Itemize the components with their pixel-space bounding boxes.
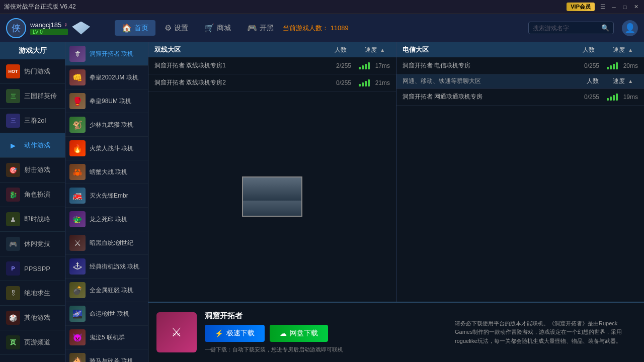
sidebar-label-hot: 热门游戏 xyxy=(24,67,50,76)
sidebar-item-rpg[interactable]: 🐉 角色扮演 xyxy=(0,183,65,207)
sidebar-item-rts[interactable]: ♟ 即时战略 xyxy=(0,207,65,232)
search-icon[interactable]: 🔍 xyxy=(601,24,609,32)
sidebar-item-ppsspp[interactable]: P PPSSPP xyxy=(0,256,65,281)
nav-group[interactable]: 🎮 开黑 xyxy=(240,20,281,36)
game-item-crab[interactable]: 🦀 螃蟹大战 联机 xyxy=(65,160,148,184)
speed-bar-1 xyxy=(359,67,361,69)
game-cover: ⚔ xyxy=(156,312,197,352)
app-title: 游侠对战平台正式版 V6.42 xyxy=(4,3,76,11)
nav-home-label: 首页 xyxy=(134,24,148,33)
gender-icon: ♀ xyxy=(63,21,68,28)
player-count-value: 11089 xyxy=(331,24,349,32)
sidebar-item-three-kingdoms[interactable]: 三 三国群英传 xyxy=(0,84,65,109)
sidebar-item-hot[interactable]: HOT 热门游戏 xyxy=(0,59,65,84)
sidebar-item-pubg[interactable]: 🎖 绝地求生 xyxy=(0,281,65,306)
game-thumb-fireman: 🔥 xyxy=(69,140,86,156)
rpg-icon: 🐉 xyxy=(6,188,20,202)
speed-bar-7 xyxy=(365,81,367,86)
nav-shop[interactable]: 🛒 商城 xyxy=(197,20,238,36)
game-thumb-ember: 🚒 xyxy=(69,188,86,204)
bottom-info: 洞窟开拓者 ⚡ 极速下载 ☁ 网盘下载 一键下载：自动下载安装，您进专房后启动游… xyxy=(205,311,447,353)
menu-button[interactable]: ☰ xyxy=(599,3,607,11)
game-item-dungeon[interactable]: 🗡 洞窟开拓者 联机 xyxy=(65,42,148,66)
game-item-metal-slug[interactable]: 💣 全金属狂怒 联机 xyxy=(65,279,148,302)
dual-server-name-1: 洞窟开拓者 双线联机专房1 xyxy=(154,61,329,70)
telecom-server-ms-1: 20ms xyxy=(618,62,638,69)
dual-server-row-1[interactable]: 洞窟开拓者 双线联机专房1 2/255 17ms xyxy=(148,57,396,74)
fast-download-button[interactable]: ⚡ 极速下载 xyxy=(205,325,265,342)
user-info: wangcj185 ♀ LV 0 xyxy=(30,21,68,35)
game-item-destiny[interactable]: 🌌 命运/创世 联机 xyxy=(65,302,148,326)
shop-icon: 🛒 xyxy=(204,23,214,33)
dual-players-header: 人数 xyxy=(326,46,356,54)
game-name-fireman: 火柴人战斗 联机 xyxy=(90,144,133,153)
game-item-ghost-cry[interactable]: 👿 鬼泣5 联机群 xyxy=(65,326,148,349)
action-icon: ▶ xyxy=(6,138,20,152)
speed-bar-11 xyxy=(613,64,615,69)
game-item-ember[interactable]: 🚒 灭火先锋Embr xyxy=(65,184,148,208)
game-thumb-crab: 🦀 xyxy=(69,164,86,180)
netcom-players-header: 人数 xyxy=(578,77,608,85)
three-kingdoms-icon: 三 xyxy=(6,89,20,103)
server-panels: 双线大区 人数 速度 ▲ 洞窟开拓者 双线联机专房1 2/255 xyxy=(148,42,644,302)
dual-server-row-2[interactable]: 洞窟开拓者 双线联机专房2 0/255 21ms xyxy=(148,74,396,92)
dual-server-ms-2: 21ms xyxy=(370,79,390,86)
game-thumb-metal-slug: 💣 xyxy=(69,282,86,298)
speed-bar-14 xyxy=(610,97,612,101)
profile-icon[interactable]: 👤 xyxy=(622,20,638,36)
game-name-boxing98: 拳皇98UM 联机 xyxy=(90,97,131,106)
telecom-server-row-1[interactable]: 洞窟开拓者 电信联机专房 0/255 20ms xyxy=(396,57,644,74)
sidebar-label-ppsspp: PPSSPP xyxy=(24,265,50,273)
game-name-cavalry: 骑马与砍杀 联机 xyxy=(90,357,133,363)
bottom-buttons: ⚡ 极速下载 ☁ 网盘下载 xyxy=(205,325,447,342)
maximize-button[interactable]: □ xyxy=(621,3,629,11)
close-button[interactable]: ✕ xyxy=(632,3,640,11)
sidebar-item-shooting[interactable]: 🎯 射击游戏 xyxy=(0,158,65,183)
game-thumb-cavalry: 🐴 xyxy=(69,353,86,362)
game-item-classic-arcade[interactable]: 🕹 经典街机游戏 联机 xyxy=(65,255,148,279)
game-thumb-ghost-cry: 👿 xyxy=(69,329,86,345)
search-input[interactable] xyxy=(533,25,598,32)
bottom-tip: 一键下载：自动下载安装，您进专房后启动游戏即可联机 xyxy=(205,346,447,353)
pubg-icon: 🎖 xyxy=(6,286,20,300)
game-name-crab: 螃蟹大战 联机 xyxy=(90,168,127,176)
nav-shop-label: 商城 xyxy=(217,24,231,33)
game-item-shaolin[interactable]: 🐒 少林九武猴 联机 xyxy=(65,113,148,137)
game-item-dark-blood[interactable]: ⚔ 暗黑血统:创世纪 xyxy=(65,231,148,255)
preview-area xyxy=(148,92,396,302)
cloud-download-button[interactable]: ☁ 网盘下载 xyxy=(270,325,328,342)
sidebar-label-action: 动作游戏 xyxy=(24,141,50,150)
telecom-speed-header: 速度 ▲ xyxy=(608,46,638,54)
speed-bar-10 xyxy=(610,65,612,69)
game-name-dragon-death: 龙之死印 联机 xyxy=(90,215,127,224)
dual-server-name-2: 洞窟开拓者 双线联机专房2 xyxy=(154,78,329,87)
minimize-button[interactable]: ─ xyxy=(610,3,618,11)
dual-sort-icon: ▲ xyxy=(380,47,385,53)
netcom-server-players-1: 0/255 xyxy=(577,94,607,101)
sidebar-item-three-group[interactable]: 三 三群2ol xyxy=(0,109,65,133)
sidebar-item-other[interactable]: 🎲 其他游戏 xyxy=(0,306,65,330)
game-name-shaolin: 少林九武猴 联机 xyxy=(90,121,133,129)
home-icon: 🏠 xyxy=(122,23,132,33)
cloud-icon: ☁ xyxy=(280,329,287,337)
nav-group-label: 开黑 xyxy=(260,24,274,33)
game-item-fireman[interactable]: 🔥 火柴人战斗 联机 xyxy=(65,137,148,160)
nav-settings[interactable]: ⚙ 设置 xyxy=(157,20,195,36)
sidebar-item-page[interactable]: 页 页游频道 xyxy=(0,330,65,355)
search-box[interactable]: 🔍 xyxy=(528,22,614,34)
netcom-server-row-1[interactable]: 洞窟开拓者 网通联通联机专房 0/255 19ms xyxy=(396,88,644,106)
sidebar-item-action[interactable]: ▶ 动作游戏 xyxy=(0,133,65,158)
game-item-cavalry[interactable]: 🐴 骑马与砍杀 联机 xyxy=(65,349,148,362)
player-count: 当前游戏人数： 11089 xyxy=(283,24,349,33)
three-group-icon: 三 xyxy=(6,114,20,128)
game-item-boxing98[interactable]: 🥊 拳皇98UM 联机 xyxy=(65,89,148,113)
netcom-sort-icon: ▲ xyxy=(628,78,633,84)
telecom-title: 电信大区 xyxy=(403,45,570,54)
sidebar-item-casual[interactable]: 🎮 休闲竞技 xyxy=(0,232,65,256)
game-item-boxing2002[interactable]: 👊 拳皇2002UM 联机 xyxy=(65,66,148,89)
vip-badge[interactable]: VIP会员 xyxy=(567,3,595,11)
nav-home[interactable]: 🏠 首页 xyxy=(115,20,155,36)
dual-speed-bar-1 xyxy=(359,62,370,69)
game-item-dragon-death[interactable]: 🐲 龙之死印 联机 xyxy=(65,208,148,231)
dual-line-title: 双线大区 xyxy=(154,45,321,54)
